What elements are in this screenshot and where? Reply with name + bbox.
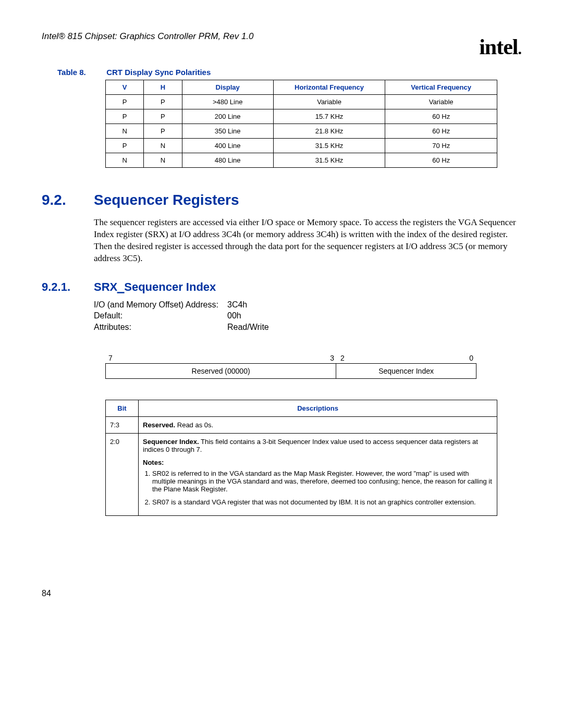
th-v: V — [106, 80, 144, 95]
document-page: Intel® 815 Chipset: Graphics Controller … — [0, 0, 563, 630]
list-item: SR02 is referred to in the VGA standard … — [152, 470, 493, 493]
th-desc: Descriptions — [139, 400, 497, 416]
bit-layout: 7 3 2 0 Reserved (00000) Sequencer Index — [105, 354, 476, 379]
table-row: 2:0 Sequencer Index. This field contains… — [106, 433, 497, 515]
table-row: P N 400 Line 31.5 KHz 70 Hz — [106, 139, 497, 153]
th-display: Display — [182, 80, 273, 95]
table-row: P P 200 Line 15.7 KHz 60 Hz — [106, 109, 497, 124]
page-number: 84 — [42, 589, 521, 598]
register-attrs: I/O (and Memory Offset) Address:3C4h Def… — [94, 299, 521, 333]
section-body: The sequencer registers are accessed via… — [94, 217, 521, 265]
doc-header: Intel® 815 Chipset: Graphics Controller … — [42, 31, 521, 42]
bit-field-reserved: Reserved (00000) — [106, 364, 336, 378]
list-item: SR07 is a standard VGA register that was… — [152, 498, 493, 506]
th-bit: Bit — [106, 400, 139, 416]
crt-sync-table: V H Display Horizontal Frequency Vertica… — [105, 80, 497, 168]
section-heading: 9.2.Sequencer Registers — [42, 192, 521, 208]
table-row: N N 480 Line 31.5 KHz 60 Hz — [106, 153, 497, 168]
table-row: P P >480 Line Variable Variable — [106, 95, 497, 109]
bit-field-seqindex: Sequencer Index — [336, 364, 476, 378]
th-h: H — [144, 80, 182, 95]
th-vfreq: Vertical Frequency — [385, 80, 497, 95]
subsection-heading: 9.2.1.SRX⎯Sequencer Index — [42, 280, 521, 294]
table-row: 7:3 Reserved. Read as 0s. — [106, 416, 497, 433]
th-hfreq: Horizontal Frequency — [273, 80, 385, 95]
bit-desc-table: Bit Descriptions 7:3 Reserved. Read as 0… — [105, 400, 497, 516]
table8-caption: Table 8. CRT Display Sync Polarities — [57, 68, 521, 77]
intel-logo: intel. — [479, 34, 521, 59]
table-row: N P 350 Line 21.8 KHz 60 Hz — [106, 124, 497, 139]
